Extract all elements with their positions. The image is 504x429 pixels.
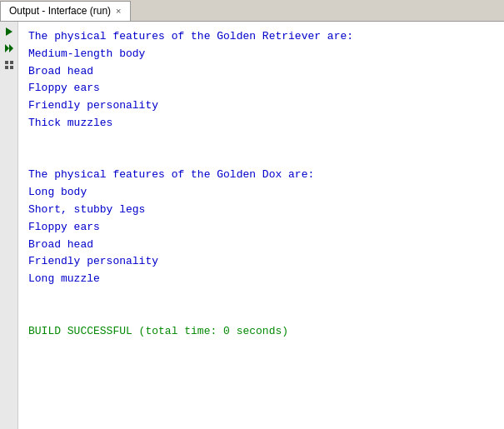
output-line (28, 132, 494, 150)
svg-rect-4 (10, 61, 13, 64)
svg-rect-6 (10, 66, 13, 69)
output-line: Friendly personality (28, 97, 494, 115)
output-tab[interactable]: Output - Interface (run) × (0, 1, 131, 21)
svg-rect-3 (5, 61, 8, 64)
output-line: Broad head (28, 63, 494, 81)
output-line: Medium-length body (28, 46, 494, 63)
output-line: Thick muzzles (28, 115, 494, 132)
svg-marker-0 (6, 27, 12, 36)
sidebar (0, 22, 18, 429)
output-window: Output - Interface (run) × (0, 0, 504, 429)
output-line: Short, stubby legs (28, 202, 494, 219)
tab-label: Output - Interface (run) (9, 5, 111, 17)
output-line: The physical features of the Golden Dox … (28, 167, 494, 184)
output-line: Floppy ears (28, 219, 494, 237)
svg-rect-5 (5, 66, 8, 69)
output-content[interactable]: The physical features of the Golden Retr… (18, 22, 504, 429)
main-area: The physical features of the Golden Retr… (0, 22, 504, 429)
output-line: Broad head (28, 237, 494, 254)
output-line: The physical features of the Golden Retr… (28, 28, 494, 46)
output-line (28, 288, 494, 306)
tab-close-button[interactable]: × (116, 7, 121, 16)
output-line: Friendly personality (28, 253, 494, 271)
output-line: Long body (28, 184, 494, 202)
config-button[interactable] (2, 58, 16, 72)
output-line (28, 306, 494, 323)
tab-bar: Output - Interface (run) × (0, 0, 504, 22)
output-line: Floppy ears (28, 80, 494, 97)
svg-marker-1 (5, 44, 9, 52)
output-line: Long muzzle (28, 271, 494, 288)
run-button[interactable] (2, 25, 16, 38)
svg-marker-2 (9, 44, 13, 52)
output-line: BUILD SUCCESSFUL (total time: 0 seconds) (28, 323, 494, 341)
step-button[interactable] (2, 42, 16, 55)
output-line (28, 150, 494, 167)
